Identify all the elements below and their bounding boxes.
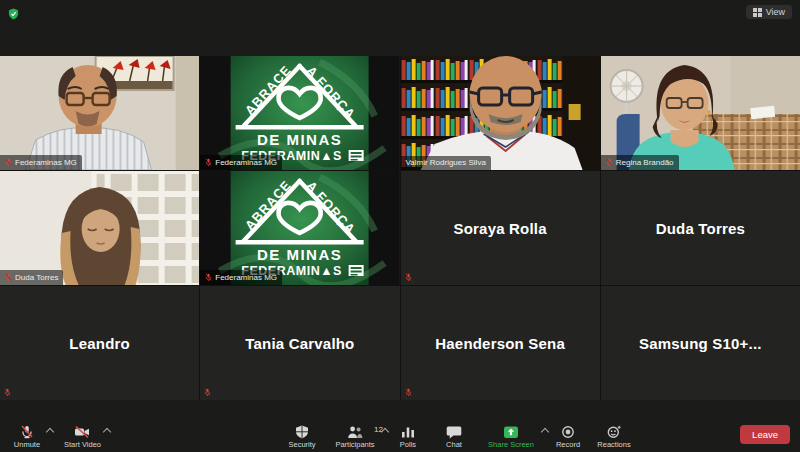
video-tile-samsung[interactable]: Samsung S10+...	[601, 286, 800, 400]
video-tile-federaminas-logo-2[interactable]: ABRACE A FORÇA DE MINAS FEDERAMIN▲S Fede…	[200, 171, 399, 285]
start-video-options-chevron[interactable]	[103, 428, 111, 436]
zoom-meeting-window: View	[0, 0, 800, 452]
start-video-button[interactable]: Start Video	[62, 424, 103, 450]
security-label: Security	[288, 440, 315, 449]
meeting-security-shield-icon[interactable]	[8, 7, 19, 25]
muted-mic-icon	[205, 273, 212, 282]
polls-button[interactable]: Polls	[389, 424, 427, 450]
participant-person	[60, 187, 140, 285]
chat-label: Chat	[446, 440, 462, 449]
share-screen-icon	[503, 425, 519, 439]
participant-display-name: Samsung S10+...	[601, 286, 800, 400]
muted-mic-icon	[606, 158, 613, 167]
video-tile-regina[interactable]: Regina Brandão	[601, 56, 800, 170]
polls-bar-chart-icon	[400, 425, 416, 439]
gallery-grid-icon	[753, 8, 762, 17]
participant-display-name: Leandro	[0, 286, 199, 400]
participant-name-label: Regina Brandão	[601, 155, 679, 170]
muted-mic-icon	[204, 388, 211, 397]
muted-mic-icon	[205, 158, 212, 167]
participants-label: Participants	[335, 440, 374, 449]
participant-name-text: Duda Torres	[15, 274, 58, 282]
federaminas-logo: ABRACE A FORÇA DE MINAS FEDERAMIN▲S	[200, 56, 399, 170]
participant-display-name: Soraya Rolla	[401, 171, 600, 285]
participant-name-text: Valmir Rodrigues Silva	[406, 159, 486, 167]
reactions-button[interactable]: Reactions	[595, 424, 633, 450]
share-screen-button[interactable]: Share Screen	[481, 424, 541, 450]
security-button[interactable]: Security	[283, 424, 321, 450]
share-screen-options-chevron[interactable]	[541, 428, 549, 436]
federaminas-logo: ABRACE A FORÇA DE MINAS FEDERAMIN▲S	[200, 171, 399, 285]
reactions-smiley-icon	[606, 425, 622, 439]
svg-text:DE MINAS: DE MINAS	[257, 131, 342, 148]
participant-name-text: Federaminas MG	[215, 274, 277, 282]
chat-button[interactable]: Chat	[435, 424, 473, 450]
video-tile-federaminas-mg-1[interactable]: Federaminas MG	[0, 56, 199, 170]
participant-display-name: Haenderson Sena	[401, 286, 600, 400]
participant-name-text: Federaminas MG	[15, 159, 77, 167]
participant-name-label: Federaminas MG	[0, 155, 82, 170]
video-gallery-grid: Federaminas MG ABRACE A FORÇA DE MINAS	[0, 56, 800, 400]
meeting-toolbar: Unmute Start Video Security	[0, 418, 800, 452]
video-tile-duda-name[interactable]: Duda Torres	[601, 171, 800, 285]
security-shield-icon	[294, 425, 310, 439]
muted-mic-icon	[4, 388, 11, 397]
participant-name-text: Regina Brandão	[616, 159, 674, 167]
reactions-label: Reactions	[597, 440, 630, 449]
unmute-button[interactable]: Unmute	[8, 424, 46, 450]
participant-display-name: Tania Carvalho	[200, 286, 399, 400]
participant-name-label: Valmir Rodrigues Silva	[401, 156, 491, 170]
logo-badge	[349, 150, 364, 161]
participant-name-label: Federaminas MG	[200, 155, 282, 170]
view-button-label: View	[766, 7, 785, 17]
muted-mic-icon	[5, 158, 12, 167]
participant-display-name: Duda Torres	[601, 171, 800, 285]
camera-off-icon	[74, 425, 90, 439]
video-feed	[401, 56, 600, 170]
muted-mic-icon	[405, 388, 412, 397]
record-icon	[560, 425, 576, 439]
video-feed	[0, 171, 199, 285]
svg-text:DE MINAS: DE MINAS	[257, 246, 342, 263]
polls-label: Polls	[400, 440, 416, 449]
participants-icon	[346, 425, 364, 439]
muted-mic-icon	[405, 273, 412, 282]
chat-bubble-icon	[446, 425, 462, 439]
video-feed	[0, 56, 199, 170]
participant-name-label: Federaminas MG	[200, 270, 282, 285]
participants-button[interactable]: 12 Participants	[329, 424, 381, 450]
record-label: Record	[556, 440, 580, 449]
participant-name-label: Duda Torres	[0, 270, 63, 285]
logo-badge	[349, 265, 364, 276]
video-tile-tania[interactable]: Tania Carvalho	[200, 286, 399, 400]
top-bar: View	[0, 0, 800, 28]
mic-muted-icon	[19, 425, 35, 439]
video-tile-leandro[interactable]: Leandro	[0, 286, 199, 400]
view-button[interactable]: View	[746, 5, 792, 19]
record-button[interactable]: Record	[549, 424, 587, 450]
video-tile-duda[interactable]: Duda Torres	[0, 171, 199, 285]
video-tile-federaminas-logo-1[interactable]: ABRACE A FORÇA DE MINAS FEDERAMIN▲S Fede…	[200, 56, 399, 170]
unmute-label: Unmute	[14, 440, 40, 449]
muted-mic-icon	[5, 273, 12, 282]
leave-button[interactable]: Leave	[740, 425, 790, 444]
start-video-label: Start Video	[64, 440, 101, 449]
participant-name-text: Federaminas MG	[215, 159, 277, 167]
participants-options-chevron[interactable]	[381, 428, 389, 436]
share-screen-label: Share Screen	[488, 440, 534, 449]
video-tile-soraya[interactable]: Soraya Rolla	[401, 171, 600, 285]
video-tile-valmir[interactable]: Valmir Rodrigues Silva	[401, 56, 600, 170]
video-tile-haenderson[interactable]: Haenderson Sena	[401, 286, 600, 400]
video-feed	[601, 56, 800, 170]
unmute-options-chevron[interactable]	[46, 428, 54, 436]
